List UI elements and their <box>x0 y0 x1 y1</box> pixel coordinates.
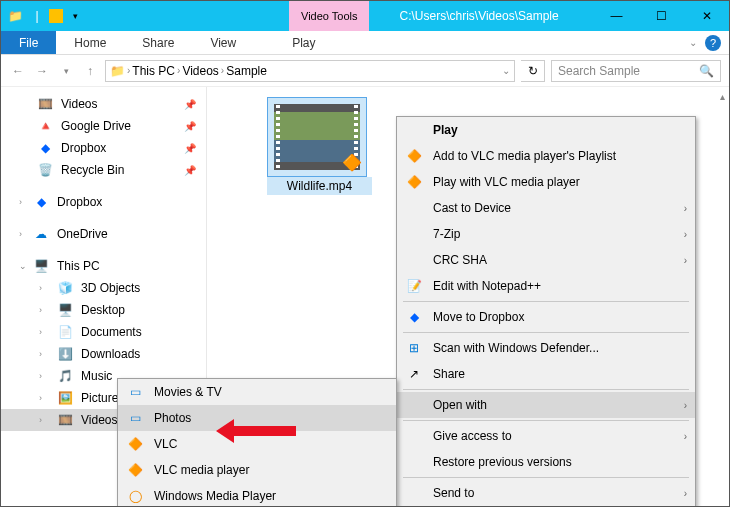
expand-icon[interactable]: › <box>39 305 42 315</box>
recycle-icon: 🗑️ <box>37 162 53 178</box>
vlc-icon: 🔶 <box>126 463 144 477</box>
video-tools-tab[interactable]: Video Tools <box>289 1 369 31</box>
maximize-button[interactable]: ☐ <box>639 9 684 23</box>
expand-icon[interactable]: › <box>39 371 42 381</box>
back-button[interactable]: ← <box>9 64 27 78</box>
submenu-movies-tv[interactable]: ▭Movies & TV <box>118 379 396 405</box>
menu-notepad[interactable]: 📝Edit with Notepad++ <box>397 273 695 299</box>
ribbon-collapse-icon[interactable]: ⌄ <box>689 37 697 48</box>
menu-label: Scan with Windows Defender... <box>433 341 599 355</box>
submenu-vlc-media[interactable]: 🔶VLC media player <box>118 457 396 483</box>
nav-desktop[interactable]: ›🖥️Desktop <box>1 299 206 321</box>
menu-label: Send to <box>433 486 474 500</box>
menu-cast[interactable]: Cast to Device› <box>397 195 695 221</box>
menu-label: 7-Zip <box>433 227 460 241</box>
close-button[interactable]: ✕ <box>684 9 729 23</box>
nav-thispc[interactable]: ⌄🖥️This PC <box>1 255 206 277</box>
file-name-label: Wildlife.mp4 <box>267 177 372 195</box>
nav-onedrive[interactable]: ›☁OneDrive <box>1 223 206 245</box>
notepad-icon: 📝 <box>405 279 423 293</box>
recent-dropdown[interactable]: ▾ <box>57 66 75 76</box>
submenu-wmp[interactable]: ◯Windows Media Player <box>118 483 396 507</box>
expand-icon[interactable]: › <box>19 229 22 239</box>
pc-icon: 🖥️ <box>33 258 49 274</box>
wmp-icon: ◯ <box>126 489 144 503</box>
chevron-right-icon: › <box>684 203 687 214</box>
home-tab[interactable]: Home <box>56 31 124 54</box>
nav-downloads[interactable]: ›⬇️Downloads <box>1 343 206 365</box>
nav-dropbox[interactable]: ›◆Dropbox <box>1 191 206 213</box>
nav-videos-quick[interactable]: 🎞️Videos📌 <box>1 93 206 115</box>
expand-icon[interactable]: › <box>19 197 22 207</box>
expand-icon[interactable]: › <box>39 349 42 359</box>
nav-documents[interactable]: ›📄Documents <box>1 321 206 343</box>
menu-label: Movies & TV <box>154 385 222 399</box>
breadcrumb[interactable]: 📁 › This PC › Videos › Sample ⌄ <box>105 60 515 82</box>
help-icon[interactable]: ? <box>705 35 721 51</box>
menu-label: VLC <box>154 437 177 451</box>
menu-7zip[interactable]: 7-Zip› <box>397 221 695 247</box>
forward-button[interactable]: → <box>33 64 51 78</box>
menu-crc[interactable]: CRC SHA› <box>397 247 695 273</box>
crumb-videos[interactable]: Videos <box>182 64 218 78</box>
menu-label: Play with VLC media player <box>433 175 580 189</box>
context-menu[interactable]: Play 🔶Add to VLC media player's Playlist… <box>396 116 696 507</box>
downloads-icon: ⬇️ <box>57 346 73 362</box>
dropbox-icon: ◆ <box>405 310 423 324</box>
menu-add-vlc[interactable]: 🔶Add to VLC media player's Playlist <box>397 143 695 169</box>
expand-icon[interactable]: › <box>39 283 42 293</box>
search-box[interactable]: Search Sample 🔍 <box>551 60 721 82</box>
view-tab[interactable]: View <box>192 31 254 54</box>
scroll-up-icon[interactable]: ▴ <box>720 91 725 102</box>
menu-label: Play <box>433 123 458 137</box>
nav-dropbox-quick[interactable]: ◆Dropbox📌 <box>1 137 206 159</box>
menu-move-dropbox[interactable]: ◆Move to Dropbox <box>397 304 695 330</box>
menu-play[interactable]: Play <box>397 117 695 143</box>
menu-label: Open with <box>433 398 487 412</box>
crumb-thispc[interactable]: This PC <box>132 64 175 78</box>
menu-label: Move to Dropbox <box>433 310 524 324</box>
file-wildlife[interactable]: 🔶 Wildlife.mp4 <box>267 97 372 195</box>
breadcrumb-dropdown-icon[interactable]: ⌄ <box>502 65 510 76</box>
menu-send-to[interactable]: Send to› <box>397 480 695 506</box>
menu-play-vlc[interactable]: 🔶Play with VLC media player <box>397 169 695 195</box>
nav-gdrive[interactable]: 🔺Google Drive📌 <box>1 115 206 137</box>
nav-label: Videos <box>81 413 117 427</box>
chevron-right-icon: › <box>684 400 687 411</box>
svg-marker-0 <box>216 419 296 443</box>
menu-restore[interactable]: Restore previous versions <box>397 449 695 475</box>
title-bar: 📁 | ▾ Video Tools C:\Users\chris\Videos\… <box>1 1 729 31</box>
menu-label: Photos <box>154 411 191 425</box>
nav-recycle[interactable]: 🗑️Recycle Bin📌 <box>1 159 206 181</box>
chevron-right-icon[interactable]: › <box>127 65 130 76</box>
expand-icon[interactable]: › <box>39 327 42 337</box>
expand-icon[interactable]: › <box>39 393 42 403</box>
window-title-path: C:\Users\chris\Videos\Sample <box>369 9 594 23</box>
file-tab[interactable]: File <box>1 31 56 54</box>
menu-share[interactable]: ↗Share <box>397 361 695 387</box>
share-tab[interactable]: Share <box>124 31 192 54</box>
menu-defender[interactable]: ⊞Scan with Windows Defender... <box>397 335 695 361</box>
music-icon: 🎵 <box>57 368 73 384</box>
refresh-button[interactable]: ↻ <box>521 60 545 82</box>
minimize-button[interactable]: — <box>594 9 639 23</box>
chevron-right-icon[interactable]: › <box>177 65 180 76</box>
expand-icon[interactable]: › <box>39 415 42 425</box>
pin-icon: 📌 <box>184 99 196 110</box>
nav-label: OneDrive <box>57 227 108 241</box>
menu-open-with[interactable]: Open with› <box>397 392 695 418</box>
qat-dropdown-icon[interactable]: ▾ <box>65 6 85 26</box>
nav-3dobjects[interactable]: ›🧊3D Objects <box>1 277 206 299</box>
video-tools-label: Video Tools <box>301 10 357 22</box>
chevron-right-icon[interactable]: › <box>221 65 224 76</box>
up-button[interactable]: ↑ <box>81 64 99 78</box>
collapse-icon[interactable]: ⌄ <box>19 261 27 271</box>
crumb-sample[interactable]: Sample <box>226 64 267 78</box>
play-tab[interactable]: Play <box>274 31 333 54</box>
chevron-right-icon: › <box>684 488 687 499</box>
qat-new-icon[interactable] <box>49 9 63 23</box>
menu-label: Windows Media Player <box>154 489 276 503</box>
menu-give-access[interactable]: Give access to› <box>397 423 695 449</box>
folder-icon: 📁 <box>5 6 25 26</box>
menu-label: Cast to Device <box>433 201 511 215</box>
